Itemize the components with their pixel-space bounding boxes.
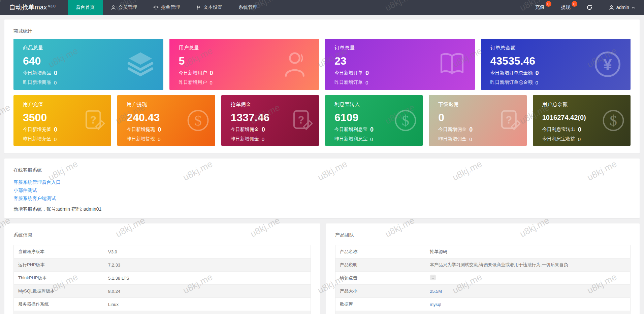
stat-card: 下级返佣0今日新增佣金0昨日新增佣金0? (429, 95, 526, 146)
stat-line-yesterday: 昨日新增充值0 (23, 135, 104, 143)
refresh-button[interactable] (579, 0, 600, 15)
action-label: 提现 (561, 4, 571, 10)
header-spacer (265, 0, 527, 15)
stat-line-yesterday: 今日利息宝收益0 (542, 135, 624, 143)
stat-line-value: 0 (54, 136, 57, 142)
stat-line-label: 今日新增佣金 (231, 127, 259, 133)
service-links: 客服系统管理后台入口小部件测试客服系统客户端测试 (4, 173, 640, 202)
table-row: 运行PHP版本7.2.33 (14, 258, 311, 272)
service-section-title: 在线客服系统 (4, 159, 640, 173)
product-team-panel: 产品团队 产品名称抢单源码产品说明本产品只为学习测试交流,请勿要做商业或者用于违… (326, 223, 640, 314)
nav-item-2[interactable]: 会员管理 (103, 0, 145, 15)
nav-item-label: 系统管理 (238, 4, 257, 10)
row-value[interactable]: mysql (430, 302, 630, 307)
table-row (14, 311, 311, 314)
table-row: MySQL数据库版本8.0.24 (14, 285, 311, 298)
stats-section-title: 商城统计 (4, 20, 640, 34)
row-value: V3.0 (108, 249, 311, 254)
service-link[interactable]: 客服系统客户端测试 (13, 194, 56, 202)
emoji-face-icon (430, 274, 436, 281)
svg-text:?: ? (90, 114, 97, 126)
stat-card: 商品总量640今日新增商品0昨日新增商品0 (13, 39, 163, 90)
stat-line-label: 昨日新增订单总金额 (490, 79, 533, 85)
stat-line-value: 0 (469, 136, 472, 142)
nav-item-1[interactable]: 后台首页 (68, 0, 103, 15)
person-icon (282, 50, 310, 78)
system-info-panel: 系统信息 当前程序版本V3.0运行PHP版本7.2.33ThinkPHP版本5.… (4, 223, 320, 314)
stat-line-value: 0 (262, 136, 264, 142)
stat-line-label: 昨日新增利息宝 (334, 136, 367, 142)
stat-card: 用户提现240.43今日新增提现0昨日新增提现0$ (117, 95, 215, 146)
stat-line-label: 今日新增订单总金额 (490, 70, 533, 76)
row-label: MySQL数据库版本 (14, 288, 108, 294)
stat-line-value: 0 (578, 126, 581, 133)
svg-text:¥: ¥ (603, 56, 612, 73)
stat-line-label: 今日新增佣金 (438, 127, 466, 133)
stats-row-2: 用户充值3500今日新增充值0昨日新增充值0?用户提现240.43今日新增提现0… (13, 95, 631, 146)
stat-card: 订单总金额43535.46今日新增订单总金额0昨日新增订单总金额0¥ (481, 39, 631, 90)
stat-line-value: 0 (469, 126, 473, 133)
stat-line-yesterday: 昨日新增商品0 (23, 78, 157, 86)
doc-question-icon: ? (82, 109, 106, 132)
row-value[interactable]: 25.5M (430, 289, 630, 294)
stat-card: 用户总量5今日新增用户0昨日新增用户0 (169, 39, 319, 90)
stat-line-label: 今日利息宝收益 (542, 136, 575, 142)
nav-item-3[interactable]: 抢单管理 (145, 0, 188, 15)
row-value: Linux (108, 302, 311, 307)
yen-circle-icon: ¥ (593, 50, 622, 78)
stat-line-yesterday: 昨日新增利息宝0 (334, 135, 416, 143)
table-row: 产品说明本产品只为学习测试交流,请勿要做商业或者用于违法行为,一切后果自负 (335, 258, 630, 272)
row-label: 产品大小 (335, 288, 430, 294)
stat-line-label: 昨日新增订单 (334, 79, 363, 85)
stat-line-value: 0 (210, 70, 213, 77)
row-label: ThinkPHP版本 (14, 275, 108, 281)
stat-card: 用户总余额1016274.42(0)今日利息宝转出0今日利息宝收益0$ (533, 95, 631, 146)
nav-item-label: 后台首页 (76, 4, 95, 10)
stat-line-label: 昨日新增佣金 (231, 136, 259, 142)
stat-line-label: 今日新增充值 (23, 127, 51, 133)
svg-text:?: ? (298, 114, 304, 126)
top-header-bar: 自动抢单maxV3.0 后台首页会员管理抢单管理文本设置系统管理 充值0提现0 … (0, 0, 644, 15)
dollar-circle-icon: $ (394, 109, 417, 132)
system-info-table: 当前程序版本V3.0运行PHP版本7.2.33ThinkPHP版本5.1.38 … (13, 245, 311, 314)
recharge-button[interactable]: 充值0 (527, 0, 553, 15)
stat-line-value: 0 (158, 136, 160, 142)
table-row: ThinkPHP版本5.1.38 LTS (14, 272, 311, 285)
product-team-title: 产品团队 (326, 223, 640, 238)
user-menu[interactable]: admin (600, 0, 644, 15)
stat-line-value: 0 (536, 80, 538, 85)
chevron-up-icon (632, 6, 635, 9)
stat-line-yesterday: 昨日新增佣金0 (231, 135, 312, 143)
stat-line-value: 0 (370, 126, 374, 133)
stat-line-value: 0 (370, 136, 373, 142)
nav-item-5[interactable]: 系统管理 (230, 0, 265, 15)
withdraw-button[interactable]: 提现0 (553, 0, 579, 15)
table-row: 当前程序版本V3.0 (14, 245, 311, 258)
nav-item-label: 抢单管理 (161, 4, 180, 10)
table-row: 产品大小25.5M (335, 285, 630, 298)
row-value: 8.0.24 (108, 289, 311, 294)
stat-line-value: 0 (54, 80, 57, 85)
row-value: 5.1.38 LTS (108, 276, 311, 281)
service-link[interactable]: 小部件测试 (13, 186, 37, 194)
dollar-circle-icon: $ (602, 109, 625, 132)
row-label: 服务器操作系统 (14, 301, 108, 307)
stat-line-yesterday: 昨日新增用户0 (179, 78, 313, 86)
stat-card: 订单总量23今日新增订单0昨日新增订单0 (325, 39, 475, 90)
table-row: 服务器操作系统Linux (14, 298, 311, 311)
stat-card-title: 用户充值 (23, 101, 104, 108)
stat-line-value: 0 (54, 70, 57, 77)
service-link[interactable]: 客服系统管理后台入口 (13, 178, 61, 186)
stat-card-title: 用户提现 (127, 101, 208, 108)
stat-line-value: 0 (578, 136, 581, 142)
row-value (430, 274, 630, 282)
stat-card-title: 用户总余额 (542, 101, 624, 108)
nav-item-4[interactable]: 文本设置 (188, 0, 230, 15)
stat-line-value: 0 (54, 126, 57, 133)
stat-line-label: 昨日新增充值 (23, 136, 51, 142)
table-row: 数据库mysql (335, 298, 630, 311)
user-icon (111, 5, 116, 10)
doc-question-icon: ? (290, 109, 314, 132)
stat-line-yesterday: 昨日新增佣金0 (438, 135, 520, 143)
stat-line-yesterday: 昨日新增订单总金额0 (490, 78, 624, 86)
